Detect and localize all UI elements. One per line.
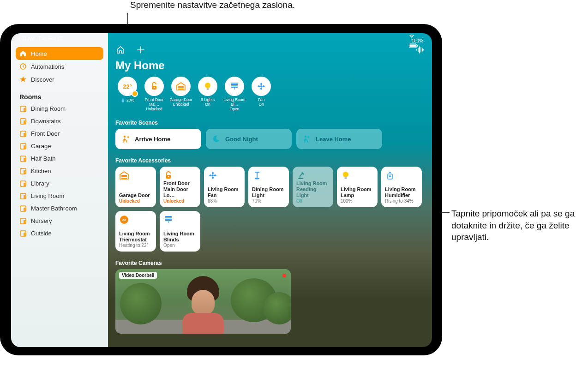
svg-point-46 <box>212 174 214 176</box>
lamp-icon <box>252 170 262 180</box>
svg-point-38 <box>260 85 262 87</box>
svg-rect-43 <box>121 178 127 179</box>
tile-name: Living Room Reading Light <box>296 180 330 198</box>
camera-scene-tree <box>120 283 162 324</box>
svg-rect-9 <box>24 133 25 137</box>
ipad-frame: 9:41 AM Tue Sep 15 100% HomeAutomationsD… <box>0 24 442 355</box>
room-item-dining-room[interactable]: Dining Room <box>11 102 108 115</box>
room-icon <box>19 105 27 113</box>
cameras-header: Favorite Cameras <box>115 260 426 266</box>
room-label: Front Door <box>31 130 60 137</box>
svg-point-31 <box>205 83 210 88</box>
battery-icon <box>409 43 426 48</box>
screen: 9:41 AM Tue Sep 15 100% HomeAutomationsD… <box>11 33 432 347</box>
status-label: 6 LightsOn <box>201 98 215 107</box>
accessory-tile-living-room-fan[interactable]: Living Room Fan68% <box>204 167 245 207</box>
tile-status: Heating to 22° <box>119 243 152 248</box>
scene-good-night[interactable]: Good Night <box>206 129 292 149</box>
tile-name: Living Room Blinds <box>163 231 197 242</box>
status-time: 9:41 AM <box>18 36 35 41</box>
nav-item-home[interactable]: Home <box>16 47 103 60</box>
room-item-garage[interactable]: Garage <box>11 140 108 152</box>
page-title: My Home <box>115 59 426 72</box>
scene-arrive-home[interactable]: Arrive Home <box>115 129 201 149</box>
svg-rect-51 <box>345 177 347 179</box>
weather-temp: 22° <box>123 83 132 90</box>
blinds-icon <box>225 77 244 96</box>
room-label: Library <box>31 180 49 187</box>
status-pill-blinds[interactable]: Living Room Bl…Open <box>222 77 246 111</box>
tile-status: 70% <box>252 198 285 204</box>
person-leave-icon <box>302 134 311 144</box>
recording-dot-icon <box>282 274 286 277</box>
status-bar: 9:41 AM Tue Sep 15 100% <box>11 33 432 42</box>
tile-status: Rising to 34% <box>385 198 418 204</box>
scene-label: Good Night <box>225 136 258 143</box>
tile-name: Living Room Thermostat <box>119 231 152 242</box>
scenes-header: Favorite Scenes <box>115 120 426 126</box>
drop-icon: 💧 <box>120 98 126 102</box>
room-label: Master Bathroom <box>31 205 77 212</box>
svg-rect-30 <box>178 89 184 90</box>
accessory-tile-living-room-thermostat[interactable]: 22Living Room ThermostatHeating to 22° <box>115 211 156 252</box>
room-label: Living Room <box>31 192 64 199</box>
weather-pill[interactable]: 22° 💧20% <box>115 77 139 111</box>
room-item-front-door[interactable]: Front Door <box>11 127 108 140</box>
clock-icon <box>19 63 27 70</box>
room-item-kitchen[interactable]: Kitchen <box>11 165 108 177</box>
accessory-tile-dining-room-light[interactable]: Dining Room Light70% <box>248 167 289 207</box>
tile-name: Garage Door <box>119 192 152 198</box>
svg-rect-15 <box>24 170 25 174</box>
room-item-living-room[interactable]: Living Room <box>11 190 108 202</box>
svg-rect-35 <box>231 85 238 86</box>
tile-name: Front Door Main Door Lo… <box>163 180 197 198</box>
home-settings-button[interactable] <box>115 45 126 55</box>
status-pill-garage[interactable]: Garage DoorUnlocked <box>169 77 193 111</box>
svg-rect-56 <box>165 216 172 217</box>
room-icon <box>19 143 27 150</box>
status-pill-fan[interactable]: FanOn <box>249 77 273 111</box>
accessories-header: Favorite Accessories <box>115 157 426 164</box>
status-pill-bulb[interactable]: 6 LightsOn <box>196 77 220 111</box>
lock-icon <box>163 170 174 180</box>
svg-rect-33 <box>231 83 238 84</box>
svg-rect-57 <box>165 217 172 218</box>
nav-item-automations[interactable]: Automations <box>16 60 103 73</box>
scene-leave-home[interactable]: Leave Home <box>296 129 382 149</box>
bulb-icon <box>198 77 217 96</box>
svg-rect-23 <box>24 220 25 224</box>
status-battery: 100% <box>411 38 423 43</box>
room-icon <box>19 205 27 212</box>
tile-status: Off <box>296 198 330 204</box>
room-item-library[interactable]: Library <box>11 177 108 190</box>
room-item-nursery[interactable]: Nursery <box>11 215 108 227</box>
svg-rect-11 <box>24 145 25 149</box>
weather-humidity: 20% <box>126 98 134 102</box>
accessory-tile-living-room-reading-light[interactable]: Living Room Reading LightOff <box>293 167 333 207</box>
accessory-tile-living-room-blinds[interactable]: Living Room BlindsOpen <box>160 211 200 252</box>
room-item-half-bath[interactable]: Half Bath <box>11 152 108 165</box>
nav-item-discover[interactable]: Discover <box>16 73 103 86</box>
accessory-tile-living-room-lamp[interactable]: Living Room Lamp100% <box>337 167 378 207</box>
camera-card[interactable]: Video Doorbell <box>115 269 291 334</box>
room-label: Downstairs <box>31 118 60 125</box>
status-row: 22° 💧20% Front Door Mai…UnlockedGarage D… <box>115 77 426 111</box>
person-arrive-icon <box>121 134 130 144</box>
room-item-outside[interactable]: Outside <box>11 227 108 240</box>
accessory-tile-garage-door[interactable]: Garage DoorUnlocked <box>115 167 156 207</box>
room-item-master-bathroom[interactable]: Master Bathroom <box>11 202 108 215</box>
room-item-downstairs[interactable]: Downstairs <box>11 115 108 127</box>
svg-rect-1 <box>410 45 416 47</box>
room-icon <box>19 230 27 237</box>
callout-top: Spremenite nastavitve začetnega zaslona. <box>130 0 295 10</box>
svg-point-53 <box>389 175 391 177</box>
add-button[interactable] <box>136 45 146 55</box>
accessory-tile-living-room-humidifier[interactable]: Living Room HumidifierRising to 34% <box>381 167 422 207</box>
accessory-tile-front-door-main-door-lo-[interactable]: Front Door Main Door Lo…Unlocked <box>160 167 200 207</box>
status-pill-lock[interactable]: Front Door Mai…Unlocked <box>142 77 166 111</box>
tile-status: 100% <box>341 198 374 204</box>
room-label: Garage <box>31 143 51 150</box>
svg-rect-34 <box>231 84 238 85</box>
status-label: Living Room Bl…Open <box>222 98 246 111</box>
blinds-icon <box>163 215 174 225</box>
